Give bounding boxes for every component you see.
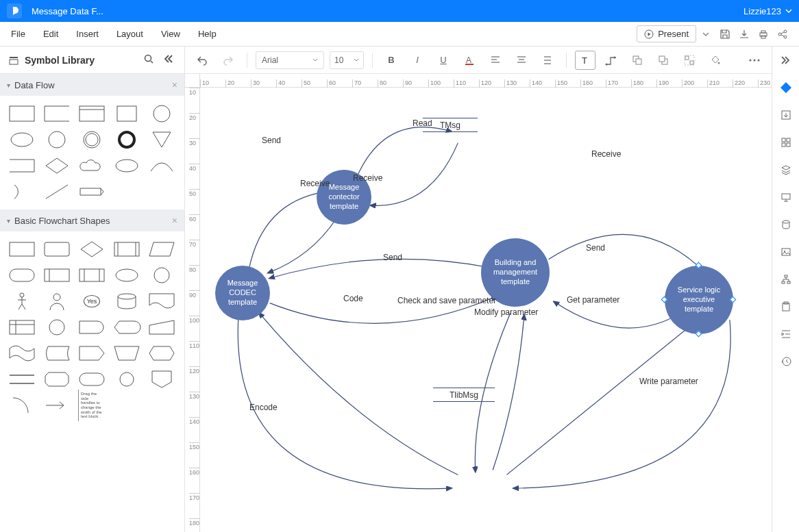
shape-triangle[interactable]	[148, 130, 175, 149]
shape-decision[interactable]	[78, 240, 106, 259]
line-spacing-button[interactable]	[537, 51, 558, 70]
bring-front-button[interactable]	[653, 51, 674, 70]
shape-manual-op[interactable]	[113, 344, 140, 363]
menu-edit[interactable]: Edit	[43, 29, 58, 39]
shape-ellipse2[interactable]	[113, 156, 140, 175]
more-icon[interactable]	[744, 51, 765, 70]
font-size-select[interactable]: 10	[330, 51, 364, 69]
shape-predef-both[interactable]	[78, 266, 106, 285]
shape-semicircle[interactable]	[8, 182, 36, 201]
menu-view[interactable]: View	[161, 29, 180, 39]
close-icon[interactable]: ×	[172, 215, 177, 226]
shape-actor[interactable]	[8, 292, 36, 311]
menu-insert[interactable]: Insert	[76, 29, 99, 39]
present-button[interactable]: Present	[637, 25, 696, 42]
shape-double-circle[interactable]	[78, 130, 106, 149]
search-icon[interactable]	[143, 53, 157, 66]
shape-line[interactable]	[43, 182, 71, 201]
shape-annotation[interactable]: Drag the side handles to change the widt…	[78, 396, 106, 415]
shape-decision-yes[interactable]: Yes	[78, 292, 106, 311]
undo-button[interactable]	[192, 51, 212, 70]
shape-delay[interactable]	[78, 318, 106, 337]
text-color-button[interactable]: A	[459, 51, 480, 70]
shape-preparation[interactable]	[148, 344, 175, 363]
send-back-button[interactable]	[627, 51, 648, 70]
canvas[interactable]: Message contector templateMessage CODEC …	[200, 88, 772, 532]
node-service[interactable]: Service logic executive template	[665, 266, 733, 334]
share-icon[interactable]	[773, 25, 792, 44]
shape-predef-left[interactable]	[43, 266, 71, 285]
text-tool-button[interactable]: T	[575, 51, 595, 70]
presentation-icon[interactable]	[776, 188, 796, 207]
shape-rect[interactable]	[8, 104, 36, 123]
shape-user[interactable]	[43, 292, 71, 311]
image-icon[interactable]	[776, 242, 796, 262]
collapse-left-icon[interactable]	[162, 53, 176, 66]
shape-bold-circle[interactable]	[113, 130, 140, 149]
grid-icon[interactable]	[776, 133, 796, 152]
data-icon[interactable]	[776, 215, 796, 234]
shape-arrow[interactable]	[43, 396, 71, 415]
user-menu[interactable]: Lizzie123	[743, 6, 792, 16]
category-data-flow[interactable]: ▾ Data Flow ×	[0, 74, 184, 96]
shape-circle[interactable]	[148, 104, 175, 123]
fill-button[interactable]	[705, 51, 726, 70]
shape-ellipse3[interactable]	[113, 266, 140, 285]
shape-tape[interactable]	[8, 344, 36, 363]
shape-arc[interactable]	[148, 156, 175, 175]
group-button[interactable]	[679, 51, 700, 70]
shape-pentagon[interactable]	[78, 344, 106, 363]
shape-display[interactable]	[113, 318, 140, 337]
clipboard-icon[interactable]	[776, 297, 796, 316]
expand-right-icon[interactable]	[776, 51, 796, 70]
layers-icon[interactable]	[776, 160, 796, 179]
download-icon[interactable]	[735, 25, 754, 44]
shape-database[interactable]	[113, 292, 140, 311]
indent-icon[interactable]	[776, 325, 796, 344]
shape-process[interactable]	[8, 240, 36, 259]
document-title[interactable]: Message Data F...	[32, 6, 103, 16]
shape-tag[interactable]	[78, 182, 106, 201]
align-v-button[interactable]	[511, 51, 532, 70]
text-node-tlibmsg[interactable]: TlibMsg	[433, 390, 495, 400]
shape-rounded[interactable]	[43, 240, 71, 259]
shape-parallel[interactable]	[8, 370, 36, 389]
shape-manual-input[interactable]	[148, 318, 175, 337]
menu-layout[interactable]: Layout	[116, 29, 143, 39]
shape-cut-corner[interactable]	[43, 370, 71, 389]
shape-circle3[interactable]	[148, 266, 175, 285]
shape-document[interactable]	[148, 292, 175, 311]
print-icon[interactable]	[754, 25, 773, 44]
bold-button[interactable]: B	[381, 51, 402, 70]
shape-stored[interactable]	[43, 344, 71, 363]
menu-help[interactable]: Help	[198, 29, 217, 39]
shape-open-rect[interactable]	[43, 104, 71, 123]
align-h-button[interactable]	[485, 51, 506, 70]
sitemap-icon[interactable]	[776, 270, 796, 289]
redo-button[interactable]	[218, 51, 238, 70]
shape-offpage[interactable]	[148, 370, 175, 389]
shape-terminator[interactable]	[8, 266, 36, 285]
shape-ellipse[interactable]	[8, 130, 36, 149]
category-flowchart[interactable]: ▾ Basic Flowchart Shapes ×	[0, 210, 184, 231]
shape-cloud[interactable]	[78, 156, 106, 175]
shape-quarter-arc[interactable]	[8, 396, 36, 415]
shape-circle5[interactable]	[113, 370, 140, 389]
shape-subprocess[interactable]	[113, 240, 140, 259]
underline-button[interactable]: U	[433, 51, 454, 70]
theme-icon[interactable]	[776, 78, 796, 97]
menu-file[interactable]: File	[11, 29, 25, 39]
save-icon[interactable]	[715, 25, 735, 44]
shape-half-rect[interactable]	[8, 156, 36, 175]
history-icon[interactable]	[776, 352, 796, 371]
node-codec[interactable]: Message CODEC template	[215, 266, 270, 320]
italic-button[interactable]: I	[407, 51, 428, 70]
shape-pill[interactable]	[78, 370, 106, 389]
shape-diamond[interactable]	[43, 156, 71, 175]
close-icon[interactable]: ×	[172, 79, 177, 90]
shape-circle2[interactable]	[43, 130, 71, 149]
connector-button[interactable]	[601, 51, 622, 70]
shape-internal[interactable]	[8, 318, 36, 337]
shape-square[interactable]	[113, 104, 140, 123]
shape-circle4[interactable]	[43, 318, 71, 337]
